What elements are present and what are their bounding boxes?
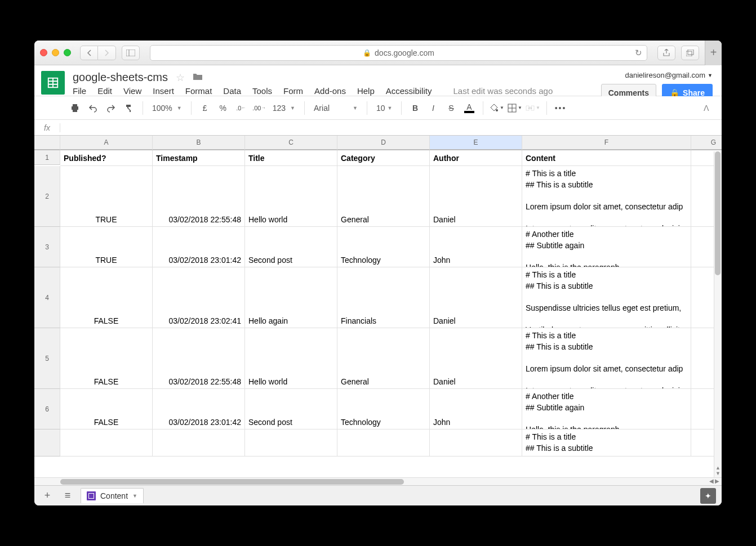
menu-data[interactable]: Data <box>223 86 241 96</box>
bold-icon[interactable]: B <box>407 100 423 116</box>
cell[interactable]: 03/02/2018 22:55:48 <box>153 328 245 389</box>
new-tab-button[interactable]: + <box>705 41 722 65</box>
font-size-dropdown[interactable]: 10▼ <box>373 100 395 116</box>
sheets-logo-icon[interactable] <box>41 71 65 95</box>
spreadsheet-grid[interactable]: ABCDEFG1Published?TimestampTitleCategory… <box>34 136 722 485</box>
menu-accessibility[interactable]: Accessibility <box>386 86 432 96</box>
cell[interactable]: Second post <box>245 389 337 429</box>
cell[interactable] <box>430 429 522 457</box>
row-header[interactable]: 4 <box>34 267 60 328</box>
cell[interactable]: Technology <box>337 389 430 429</box>
italic-icon[interactable]: I <box>425 100 441 116</box>
number-format-dropdown[interactable]: 123▼ <box>269 100 299 116</box>
menu-edit[interactable]: Edit <box>97 86 112 96</box>
add-sheet-button[interactable]: + <box>40 489 55 503</box>
header-cell[interactable]: Content <box>522 150 691 166</box>
cell[interactable]: # This is a title ## This is a subtitle … <box>522 328 691 389</box>
horizontal-scrollbar[interactable]: ◀▶ <box>34 477 722 485</box>
cell[interactable]: Daniel <box>430 267 522 328</box>
cell[interactable] <box>337 429 430 457</box>
cell[interactable]: Second post <box>245 227 337 267</box>
vertical-scrollbar[interactable]: ▲▼ <box>714 151 722 477</box>
strikethrough-icon[interactable]: S <box>443 100 459 116</box>
row-header[interactable] <box>34 429 60 457</box>
collapse-toolbar-icon[interactable]: ᐱ <box>704 104 709 113</box>
cell[interactable]: 03/02/2018 23:02:41 <box>153 267 245 328</box>
forward-button[interactable] <box>98 46 116 60</box>
cell[interactable]: # This is a title ## This is a subtitle … <box>522 267 691 328</box>
header-cell[interactable]: Published? <box>60 150 153 166</box>
share-button[interactable] <box>657 46 675 60</box>
chevron-down-icon[interactable]: ▼ <box>132 493 137 499</box>
currency-icon[interactable]: £ <box>197 100 213 116</box>
cell[interactable]: Daniel <box>430 166 522 227</box>
column-header[interactable]: C <box>245 136 337 150</box>
sidebar-button[interactable] <box>122 46 140 60</box>
sheet-tab-content[interactable]: Content ▼ <box>81 488 144 503</box>
print-icon[interactable] <box>67 100 83 116</box>
cell[interactable]: Technology <box>337 227 430 267</box>
all-sheets-button[interactable]: ≡ <box>60 489 75 503</box>
more-icon[interactable]: ••• <box>553 100 568 116</box>
menu-form[interactable]: Form <box>283 86 303 96</box>
decrease-decimal-icon[interactable]: .0← <box>233 100 249 116</box>
cell[interactable]: 03/02/2018 23:01:42 <box>153 227 245 267</box>
increase-decimal-icon[interactable]: .00→ <box>251 100 267 116</box>
row-header[interactable]: 3 <box>34 227 60 267</box>
cell[interactable]: Daniel <box>430 328 522 389</box>
minimize-window-icon[interactable] <box>52 49 59 56</box>
menu-help[interactable]: Help <box>357 86 375 96</box>
zoom-dropdown[interactable]: 100%▼ <box>149 100 185 116</box>
row-header[interactable]: 5 <box>34 328 60 389</box>
row-header[interactable]: 1 <box>34 150 60 165</box>
percent-icon[interactable]: % <box>215 100 231 116</box>
cell[interactable]: # This is a title ## This is a subtitle <box>522 429 691 457</box>
undo-icon[interactable] <box>85 100 101 116</box>
header-cell[interactable]: Category <box>337 150 430 166</box>
refresh-icon[interactable]: ↻ <box>635 48 642 58</box>
folder-icon[interactable] <box>193 73 203 83</box>
cell[interactable]: John <box>430 389 522 429</box>
borders-icon[interactable]: ▼ <box>507 100 523 116</box>
column-header[interactable]: G <box>691 136 722 150</box>
cell[interactable]: Hello world <box>245 328 337 389</box>
cell[interactable]: Financials <box>337 267 430 328</box>
cell[interactable]: FALSE <box>60 389 153 429</box>
header-cell[interactable]: Author <box>430 150 522 166</box>
cell[interactable]: Hello world <box>245 166 337 227</box>
star-icon[interactable]: ☆ <box>176 71 185 84</box>
zoom-window-icon[interactable] <box>64 49 71 56</box>
cell[interactable]: General <box>337 328 430 389</box>
select-all-corner[interactable] <box>34 136 60 150</box>
cell[interactable]: Hello again <box>245 267 337 328</box>
menu-file[interactable]: File <box>73 86 86 96</box>
redo-icon[interactable] <box>103 100 119 116</box>
column-header[interactable]: E <box>430 136 522 150</box>
back-button[interactable] <box>80 46 98 60</box>
cell[interactable]: FALSE <box>60 328 153 389</box>
cell[interactable] <box>153 429 245 457</box>
column-header[interactable]: D <box>337 136 430 150</box>
user-account[interactable]: danielireson@gmail.com ▼ <box>601 71 713 79</box>
cell[interactable]: 03/02/2018 23:01:42 <box>153 389 245 429</box>
menu-insert[interactable]: Insert <box>153 86 174 96</box>
cell[interactable]: General <box>337 166 430 227</box>
fill-color-icon[interactable]: ▼ <box>489 100 505 116</box>
menu-format[interactable]: Format <box>185 86 212 96</box>
menu-addons[interactable]: Add-ons <box>314 86 346 96</box>
merge-cells-icon[interactable]: ▼ <box>525 100 541 116</box>
cell[interactable]: 03/02/2018 22:55:48 <box>153 166 245 227</box>
row-header[interactable]: 6 <box>34 389 60 429</box>
cell[interactable]: # This is a title ## This is a subtitle … <box>522 166 691 227</box>
tabs-button[interactable] <box>681 46 699 60</box>
column-header[interactable]: F <box>522 136 691 150</box>
menu-view[interactable]: View <box>123 86 141 96</box>
last-edit-text[interactable]: Last edit was seconds ago <box>453 86 553 96</box>
column-header[interactable]: A <box>60 136 153 150</box>
document-title[interactable]: google-sheets-cms <box>73 71 168 84</box>
cell[interactable]: TRUE <box>60 227 153 267</box>
header-cell[interactable]: Title <box>245 150 337 166</box>
row-header[interactable]: 2 <box>34 166 60 227</box>
cell[interactable]: # Another title ## Subtitle again Hello,… <box>522 227 691 267</box>
cell[interactable]: # Another title ## Subtitle again Hello,… <box>522 389 691 429</box>
